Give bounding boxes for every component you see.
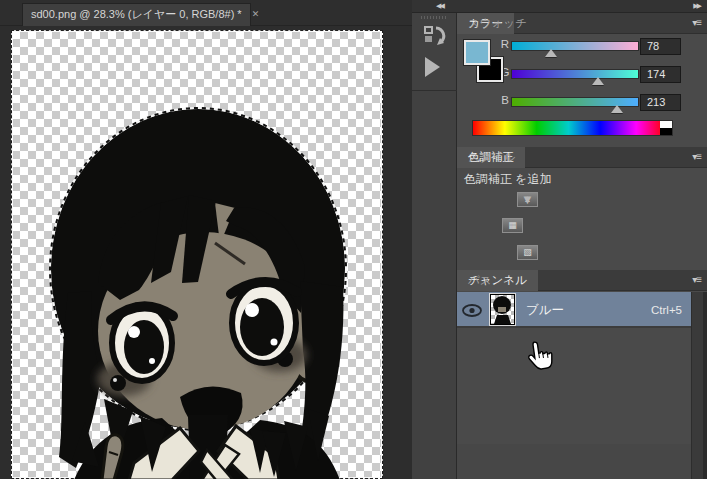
document-tab-title: sd00.png @ 28.3% (レイヤー 0, RGB/8#) * [31, 8, 242, 20]
green-slider[interactable] [512, 70, 638, 78]
window-right-edge [703, 292, 707, 479]
channels-panel-empty-area [457, 444, 691, 479]
document-area: sd00.png @ 28.3% (レイヤー 0, RGB/8#) *✕ [0, 0, 412, 479]
spectrum-white-swatch[interactable] [660, 121, 672, 128]
channels-panel-tabs: レイヤー チャンネル パス ▾≡ [457, 270, 707, 291]
adjustment-icons-row-2: ▥ ⚖ ◧ ◉ ∴ ▦ [502, 217, 654, 235]
adjustment-icons-row-1: ☀ ▅▂▆ ∫ ± ▼ [517, 191, 647, 209]
tab-styles[interactable]: スタイル [457, 147, 526, 168]
adjustments-panel-tabs: 色調補正 スタイル ▾≡ [457, 147, 707, 168]
icon-dock [412, 13, 457, 479]
red-slider-thumb[interactable] [545, 49, 557, 57]
dock-divider [412, 90, 457, 91]
visibility-eye-icon[interactable] [462, 304, 482, 317]
channel-thumbnail[interactable] [490, 294, 515, 325]
blue-slider[interactable] [512, 98, 638, 106]
tab-paths[interactable]: パス [457, 270, 503, 291]
foreground-color-swatch[interactable] [464, 40, 490, 65]
red-value-field[interactable]: 78 [640, 38, 681, 55]
history-panel-icon[interactable] [422, 24, 447, 49]
green-slider-thumb[interactable] [592, 77, 604, 85]
collapse-dock-left-icon[interactable]: ◀◀ [436, 2, 443, 10]
red-slider[interactable] [512, 42, 638, 50]
dock-header: ◀◀ ▶▶ [412, 0, 707, 13]
document-tab[interactable]: sd00.png @ 28.3% (レイヤー 0, RGB/8#) *✕ [22, 3, 251, 26]
blue-slider-thumb[interactable] [611, 105, 623, 113]
add-adjustment-label: 色調補正 を追加 [464, 171, 552, 188]
spectrum-black-swatch[interactable] [660, 128, 672, 135]
dock-grip[interactable] [421, 16, 448, 19]
color-spectrum-ramp[interactable] [473, 121, 672, 135]
green-value-field[interactable]: 174 [640, 66, 681, 83]
actions-panel-icon[interactable] [425, 57, 440, 77]
selective-color-icon[interactable]: ▧ [517, 245, 538, 260]
vibrance-icon[interactable]: ▼ [517, 191, 538, 208]
panel-dock: カラー スウォッチ ▾≡ R 78 G 174 B 213 色調補正 スタイル [457, 13, 707, 479]
slider-label-b: B [498, 94, 512, 106]
document-tab-bar: sd00.png @ 28.3% (レイヤー 0, RGB/8#) *✕ [0, 0, 412, 26]
canvas[interactable] [11, 30, 383, 479]
channel-row-blue[interactable]: ブルー Ctrl+5 [457, 292, 691, 328]
artwork-chibi-character [12, 31, 384, 479]
color-panel-tabs: カラー スウォッチ ▾≡ [457, 13, 707, 34]
panel-menu-icon[interactable]: ▾≡ [692, 274, 701, 285]
channel-shortcut: Ctrl+5 [651, 292, 682, 328]
panel-menu-icon[interactable]: ▾≡ [692, 151, 701, 162]
channel-name: ブルー [526, 292, 564, 328]
color-lookup-icon[interactable]: ▦ [502, 218, 523, 233]
slider-label-r: R [498, 38, 512, 50]
hand-pointer-cursor [525, 338, 555, 371]
close-icon[interactable]: ✕ [252, 4, 260, 25]
panel-menu-icon[interactable]: ▾≡ [692, 17, 701, 28]
collapse-dock-right-icon[interactable]: ▶▶ [693, 2, 700, 10]
adjustment-icons-row-3: ⊘ ▨ ◪ ⊠ ▧ [517, 244, 647, 262]
photoshop-window: sd00.png @ 28.3% (レイヤー 0, RGB/8#) *✕ [0, 0, 707, 479]
blue-value-field[interactable]: 213 [640, 94, 681, 111]
tab-swatches[interactable]: スウォッチ [457, 13, 538, 34]
